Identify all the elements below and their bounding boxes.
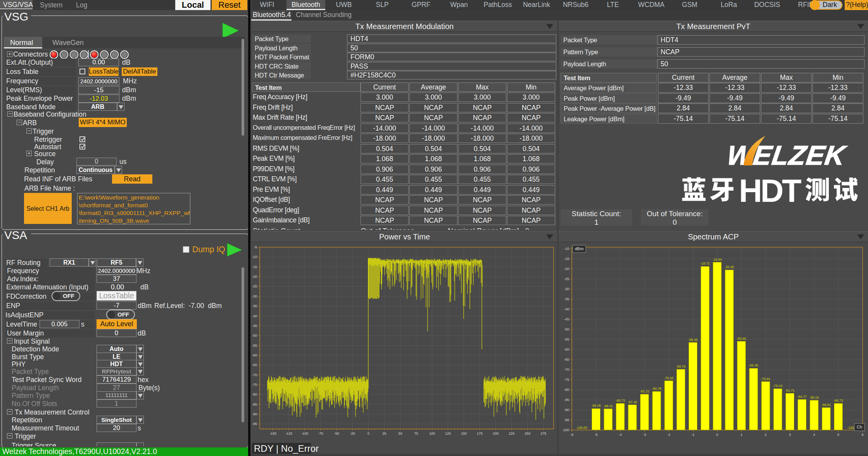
svg-text:200: 200 (493, 432, 499, 435)
svg-text:175: 175 (477, 432, 483, 435)
svg-text:2: 2 (764, 433, 766, 437)
svg-text:275: 275 (540, 432, 546, 435)
svg-text:-69.79: -69.79 (676, 365, 685, 368)
svg-text:-85.18: -85.18 (809, 396, 819, 399)
svg-text:-75.50: -75.50 (664, 376, 673, 380)
svg-text:-55: -55 (564, 337, 569, 341)
svg-text:3: 3 (789, 433, 791, 437)
svg-text:-10: -10 (252, 255, 257, 259)
svg-text:-25: -25 (252, 284, 257, 288)
svg-text:-18.72: -18.72 (701, 262, 710, 265)
svg-text:-90: -90 (564, 408, 569, 412)
svg-text:Ch: Ch (857, 425, 862, 429)
svg-text:-65: -65 (252, 363, 257, 367)
svg-text:-4: -4 (619, 433, 622, 437)
svg-text:-95: -95 (252, 422, 257, 426)
svg-text:-35: -35 (564, 297, 569, 301)
svg-text:-88.81: -88.81 (821, 403, 831, 407)
svg-text:-69.30: -69.30 (749, 363, 758, 367)
svg-text:-80: -80 (564, 388, 569, 392)
svg-text:-86.73: -86.73 (833, 399, 843, 403)
svg-text:-40: -40 (252, 314, 257, 318)
svg-text:-100: -100 (562, 428, 569, 432)
svg-text:-75: -75 (252, 383, 257, 387)
svg-text:0: 0 (368, 432, 369, 435)
svg-text:4: 4 (813, 433, 815, 437)
svg-text:-75.91: -75.91 (761, 377, 770, 381)
svg-text:-5: -5 (594, 433, 597, 437)
svg-text:-86.73: -86.73 (616, 399, 625, 403)
svg-text:-87.40: -87.40 (628, 400, 637, 404)
svg-text:-15: -15 (252, 265, 257, 269)
svg-text:-84.77: -84.77 (797, 395, 807, 399)
svg-text:-15: -15 (564, 257, 569, 261)
svg-text:-45: -45 (564, 317, 569, 321)
svg-text:dBm: dBm (575, 246, 584, 251)
svg-text:25: 25 (382, 432, 386, 435)
svg-text:-85: -85 (564, 398, 569, 402)
svg-text:5: 5 (837, 433, 839, 437)
svg-text:-125: -125 (285, 432, 292, 435)
svg-text:-82.15: -82.15 (640, 389, 649, 393)
svg-text:-1: -1 (691, 433, 694, 437)
svg-text:-60: -60 (564, 348, 569, 351)
svg-text:225: 225 (509, 432, 514, 435)
svg-text:6: 6 (861, 433, 863, 437)
svg-text:-55: -55 (252, 344, 257, 348)
svg-text:-95: -95 (564, 418, 569, 422)
svg-text:-100: -100 (301, 432, 308, 435)
svg-text:-89.41: -89.41 (604, 404, 613, 408)
svg-text:-50: -50 (252, 334, 257, 337)
svg-text:-65: -65 (564, 358, 569, 361)
svg-text:-20: -20 (252, 275, 257, 279)
svg-text:-56.46: -56.46 (688, 338, 697, 342)
svg-text:-3: -3 (643, 433, 646, 437)
svg-text:-85: -85 (252, 403, 257, 406)
svg-text:-16.64: -16.64 (713, 258, 722, 262)
svg-text:-70: -70 (252, 373, 257, 377)
svg-text:-25: -25 (564, 277, 569, 281)
svg-text:-128.00: -128.00 (576, 426, 587, 430)
svg-text:-150: -150 (269, 432, 276, 435)
svg-text:-70: -70 (564, 368, 569, 372)
svg-text:-90: -90 (252, 412, 257, 416)
svg-text:-2: -2 (667, 433, 670, 437)
svg-text:-40: -40 (564, 307, 569, 311)
svg-text:-20.46: -20.46 (725, 265, 734, 269)
svg-text:-6: -6 (570, 433, 573, 437)
svg-text:-81.71: -81.71 (785, 389, 794, 392)
svg-text:0: 0 (716, 433, 718, 437)
svg-text:-75: -75 (564, 378, 569, 382)
svg-text:-45: -45 (252, 324, 257, 328)
svg-text:-50: -50 (564, 327, 569, 331)
svg-text:1: 1 (740, 433, 742, 437)
svg-text:-50: -50 (334, 432, 339, 435)
svg-text:125: 125 (445, 432, 451, 435)
svg-text:50: 50 (398, 432, 402, 435)
svg-text:-35: -35 (252, 304, 257, 308)
svg-text:-80: -80 (252, 392, 257, 396)
svg-text:-89.28: -89.28 (591, 404, 601, 408)
svg-text:-79.43: -79.43 (773, 384, 782, 388)
svg-text:-30: -30 (564, 287, 569, 291)
svg-text:150: 150 (461, 432, 467, 435)
svg-text:-30: -30 (252, 294, 257, 298)
svg-text:-25: -25 (350, 432, 355, 435)
svg-text:250: 250 (525, 432, 530, 435)
svg-text:-60: -60 (252, 353, 257, 357)
svg-text:100: 100 (429, 432, 435, 435)
svg-text:-5: -5 (254, 245, 257, 249)
svg-text:-75: -75 (318, 432, 323, 435)
svg-text:-55.90: -55.90 (737, 337, 746, 341)
svg-text:75: 75 (414, 432, 418, 435)
svg-text:-10: -10 (564, 247, 569, 251)
svg-text:-80.78: -80.78 (652, 387, 661, 391)
svg-text:-20: -20 (564, 267, 569, 271)
